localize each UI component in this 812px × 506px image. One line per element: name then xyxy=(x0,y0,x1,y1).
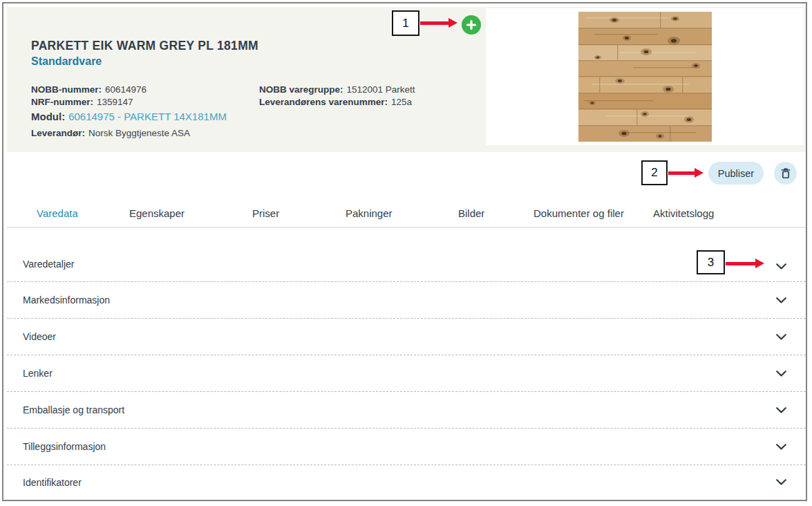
annotation-arrow-2 xyxy=(668,168,704,178)
tab-pakninger[interactable]: Pakninger xyxy=(346,207,393,219)
nrf-number-label: NRF-nummer: xyxy=(31,97,93,107)
publish-button[interactable]: Publiser xyxy=(708,162,764,185)
accordion-label: Tilleggsinformasjon xyxy=(23,441,106,452)
nrf-number-value: 1359147 xyxy=(97,97,133,107)
accordion-row-videoer[interactable]: Videoer xyxy=(7,319,806,355)
varenummer-value: 125a xyxy=(391,97,412,107)
accordion-panel: Varedetaljer Markedsinformasjon Videoer … xyxy=(7,228,806,499)
modul-label: Modul: xyxy=(31,111,65,122)
chevron-down-icon[interactable] xyxy=(776,407,786,413)
tab-bilder[interactable]: Bilder xyxy=(458,207,484,219)
tab-priser[interactable]: Priser xyxy=(252,207,279,219)
accordion-label: Identifikatorer xyxy=(23,477,82,488)
accordion-row-lenker[interactable]: Lenker xyxy=(7,355,806,392)
nobb-number-label: NOBB-nummer: xyxy=(31,84,102,95)
chevron-down-icon[interactable] xyxy=(776,334,786,340)
add-button[interactable] xyxy=(462,15,481,35)
annotation-box-1: 1 xyxy=(392,10,419,36)
annotation-arrow-1 xyxy=(420,18,457,28)
chevron-down-icon[interactable] xyxy=(776,297,786,303)
tab-aktivitetslogg[interactable]: Aktivitetslogg xyxy=(653,207,714,219)
accordion-row-identifikatorer[interactable]: Identifikatorer xyxy=(7,465,806,499)
annotation-box-2: 2 xyxy=(641,160,668,185)
chevron-down-icon[interactable] xyxy=(776,444,786,450)
leverandor-value: Norsk Byggtjeneste ASA xyxy=(88,128,190,138)
chevron-down-icon[interactable] xyxy=(776,371,786,377)
tab-varedata[interactable]: Varedata xyxy=(37,207,78,219)
varegruppe-label: NOBB varegruppe: xyxy=(259,84,343,95)
accordion-label: Emballasje og transport xyxy=(23,404,124,415)
varenummer-label: Leverandørens varenummer: xyxy=(259,97,388,107)
accordion-label: Markedsinformasjon xyxy=(23,294,110,306)
tab-dokumenter[interactable]: Dokumenter og filer xyxy=(534,207,624,219)
product-image-container xyxy=(486,8,804,145)
trash-icon xyxy=(780,167,792,180)
accordion-row-markedsinformasjon[interactable]: Markedsinformasjon xyxy=(7,282,806,319)
accordion-row-varedetaljer[interactable]: Varedetaljer xyxy=(7,228,806,282)
varegruppe-value: 1512001 Parkett xyxy=(347,84,415,95)
leverandor-field: Leverandør:Norsk Byggtjeneste ASA xyxy=(31,128,190,138)
accordion-row-emballasje[interactable]: Emballasje og transport xyxy=(7,392,806,429)
accordion-row-tilleggsinformasjon[interactable]: Tilleggsinformasjon xyxy=(7,429,806,465)
page-title: PARKETT EIK WARM GREY PL 181MM xyxy=(31,39,258,53)
annotation-box-3: 3 xyxy=(697,250,725,274)
delete-button[interactable] xyxy=(774,162,797,185)
tab-egenskaper[interactable]: Egenskaper xyxy=(129,207,185,219)
product-type-link[interactable]: Standardvare xyxy=(31,55,102,68)
product-image xyxy=(578,12,712,142)
modul-link[interactable]: 60614975 - PARKETT 14X181MM xyxy=(68,111,227,122)
accordion-label: Varedetaljer xyxy=(23,259,74,270)
annotation-arrow-3 xyxy=(726,259,764,268)
nrf-number-field: NRF-nummer:1359147 xyxy=(31,97,133,107)
nobb-number-field: NOBB-nummer:60614976 xyxy=(31,84,147,95)
chevron-down-icon[interactable] xyxy=(776,479,786,485)
varegruppe-field: NOBB varegruppe:1512001 Parkett xyxy=(259,84,415,95)
varenummer-field: Leverandørens varenummer:125a xyxy=(259,97,412,107)
leverandor-label: Leverandør: xyxy=(31,128,85,138)
accordion-label: Lenker xyxy=(23,368,53,379)
plus-icon xyxy=(466,19,477,30)
modul-field: Modul:60614975 - PARKETT 14X181MM xyxy=(31,111,227,122)
accordion-label: Videoer xyxy=(23,331,56,342)
nobb-number-value: 60614976 xyxy=(105,84,147,95)
chevron-down-icon[interactable] xyxy=(776,263,786,270)
